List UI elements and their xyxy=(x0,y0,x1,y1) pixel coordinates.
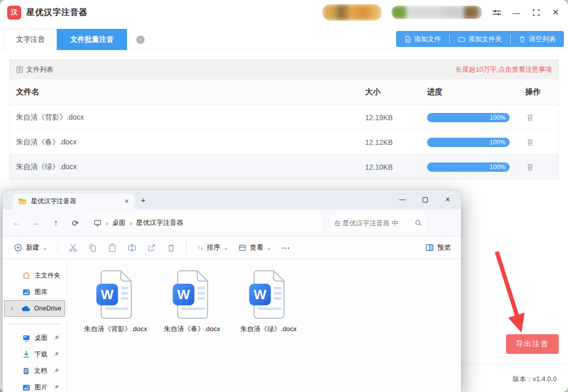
length-notice-link[interactable]: 长度超10万字,点击查看注意事项 xyxy=(455,65,552,74)
file-tile[interactable]: W 朱自清《春》.docx xyxy=(157,269,227,334)
file-size: 12.10KB xyxy=(365,163,423,171)
refresh-button[interactable]: ⟳ xyxy=(67,218,84,228)
explorer-minimize-button[interactable]: — xyxy=(391,190,414,209)
documents-icon xyxy=(22,367,30,375)
add-file-button[interactable]: 添加文件 xyxy=(396,31,449,47)
delete-button[interactable] xyxy=(162,239,180,256)
explorer-tab[interactable]: 星优汉字注音器 ✕ xyxy=(13,193,134,209)
minimize-button[interactable]: — xyxy=(511,7,522,18)
redacted-account-badge-1[interactable] xyxy=(322,4,382,21)
sidebar-item-label: 主文件夹 xyxy=(35,271,60,280)
table-row[interactable]: 朱自清《背影》.docx 12.19KB 100% xyxy=(10,105,558,129)
breadcrumb-folder[interactable]: 星优汉字注音器 xyxy=(136,218,183,227)
sidebar-item-gallery[interactable]: 图库 xyxy=(4,284,65,300)
explorer-command-bar: 新建 ⌄ xyxy=(3,236,461,259)
export-annotation-button[interactable]: 导出注音 xyxy=(506,334,559,354)
download-icon xyxy=(22,350,30,358)
expand-chevron-icon[interactable]: › xyxy=(11,305,13,312)
new-button[interactable]: 新建 ⌄ xyxy=(10,239,51,256)
document-icon xyxy=(404,36,411,43)
delete-file-button[interactable] xyxy=(525,137,535,148)
file-tile-label: 朱自清《背影》.docx xyxy=(84,324,147,334)
word-file-icon: W xyxy=(172,269,212,320)
back-button[interactable]: ← xyxy=(8,218,25,227)
close-button[interactable]: ✕ xyxy=(550,7,561,18)
copy-button[interactable] xyxy=(84,239,101,256)
word-file-icon: W xyxy=(96,269,135,320)
progress-bar: 100% xyxy=(427,138,510,147)
pictures-icon xyxy=(22,384,30,391)
clear-list-button[interactable]: 清空列表 xyxy=(511,31,564,47)
close-icon: ✕ xyxy=(553,8,559,17)
cut-button[interactable] xyxy=(64,239,82,256)
chevron-down-icon: ⌄ xyxy=(43,245,47,251)
explorer-maximize-button[interactable] xyxy=(414,190,436,209)
explorer-file-area: W 朱自清《背影》.docx W 朱自清《春》.docx xyxy=(67,259,461,392)
explorer-search-box xyxy=(329,214,426,232)
breadcrumb[interactable]: › 桌面 › 星优汉字注音器 xyxy=(88,214,322,232)
forward-button[interactable]: → xyxy=(27,218,45,227)
table-row[interactable]: 朱自清《绿》.docx 12.10KB 100% xyxy=(10,154,558,179)
app-logo-glyph: 汉 xyxy=(11,8,18,17)
search-input[interactable] xyxy=(333,219,415,227)
trash-icon xyxy=(526,113,534,122)
up-button[interactable]: ↑ xyxy=(47,218,65,227)
progress-bar: 100% xyxy=(427,162,510,172)
delete-file-button[interactable] xyxy=(525,112,535,123)
maximize-button[interactable] xyxy=(531,7,541,18)
plus-circle-icon xyxy=(14,243,22,252)
rename-button[interactable] xyxy=(123,239,140,256)
info-icon[interactable]: i xyxy=(136,36,145,44)
sidebar-item-label: 下载 xyxy=(35,350,48,359)
tab-close-icon[interactable]: ✕ xyxy=(124,198,129,205)
sidebar-item-label: OneDrive xyxy=(34,305,61,312)
progress-cell: 100% xyxy=(423,113,521,122)
view-label: 查看 xyxy=(250,243,263,252)
explorer-close-button[interactable]: ✕ xyxy=(436,190,459,209)
more-options-button[interactable]: ⋯ xyxy=(277,239,294,256)
pin-icon xyxy=(53,384,59,390)
action-cell xyxy=(521,162,558,172)
sidebar-item-pictures[interactable]: 图片 xyxy=(4,379,65,392)
minimize-icon: — xyxy=(513,8,520,17)
table-row[interactable]: 朱自清《春》.docx 12.12KB 100% xyxy=(10,129,558,154)
word-badge-letter: W xyxy=(101,287,114,302)
word-badge-letter: W xyxy=(254,287,266,302)
tab-batch-file-annotation[interactable]: 文件批量注音 xyxy=(57,29,127,50)
delete-file-button[interactable] xyxy=(525,162,535,172)
sidebar-item-documents[interactable]: 文档 xyxy=(4,363,65,379)
more-icon: ⋯ xyxy=(281,243,290,253)
sidebar-item-downloads[interactable]: 下载 xyxy=(4,346,65,363)
preview-toggle-button[interactable]: 预览 xyxy=(425,243,454,252)
minimize-icon: — xyxy=(399,196,405,203)
sidebar-item-label: 桌面 xyxy=(35,334,48,342)
explorer-tab-title: 星优汉字注音器 xyxy=(31,197,76,206)
view-button[interactable]: 查看 ⌄ xyxy=(234,239,275,256)
sliders-icon xyxy=(492,9,501,17)
new-tab-button[interactable]: + xyxy=(141,196,146,204)
redacted-account-badge-2[interactable] xyxy=(391,6,482,19)
add-folder-button[interactable]: 添加文件夹 xyxy=(450,31,510,47)
tab-label: 文字注音 xyxy=(16,35,45,44)
sidebar-item-home[interactable]: 主文件夹 xyxy=(4,267,65,284)
file-tile-label: 朱自清《春》.docx xyxy=(164,324,220,334)
explorer-window-controls: — ✕ xyxy=(391,190,459,209)
desktop-monitor-icon xyxy=(93,219,102,227)
copy-icon xyxy=(88,243,97,252)
paste-button[interactable] xyxy=(103,239,121,256)
breadcrumb-desktop[interactable]: 桌面 xyxy=(112,218,125,227)
sidebar-item-onedrive[interactable]: › OneDrive xyxy=(4,300,65,317)
share-button[interactable] xyxy=(143,239,160,256)
file-tile[interactable]: W 朱自清《绿》.docx xyxy=(233,269,304,334)
file-tile[interactable]: W 朱自清《背影》.docx xyxy=(81,269,151,334)
chevron-down-icon: ⌄ xyxy=(267,245,271,251)
tab-text-annotation[interactable]: 文字注音 xyxy=(4,29,57,50)
preview-panel-icon xyxy=(425,244,434,251)
app-title-bar: 汉 星优汉字注音器 — ✕ xyxy=(0,0,568,25)
explorer-body: 主文件夹 图库 › OneDrive xyxy=(3,259,461,392)
sidebar-item-desktop[interactable]: 桌面 xyxy=(4,330,65,346)
sort-button[interactable]: ↑↓ 排序 ⌄ xyxy=(193,239,232,256)
settings-sliders-icon[interactable] xyxy=(492,7,502,18)
maximize-icon xyxy=(422,197,428,203)
file-size: 12.19KB xyxy=(365,113,423,122)
